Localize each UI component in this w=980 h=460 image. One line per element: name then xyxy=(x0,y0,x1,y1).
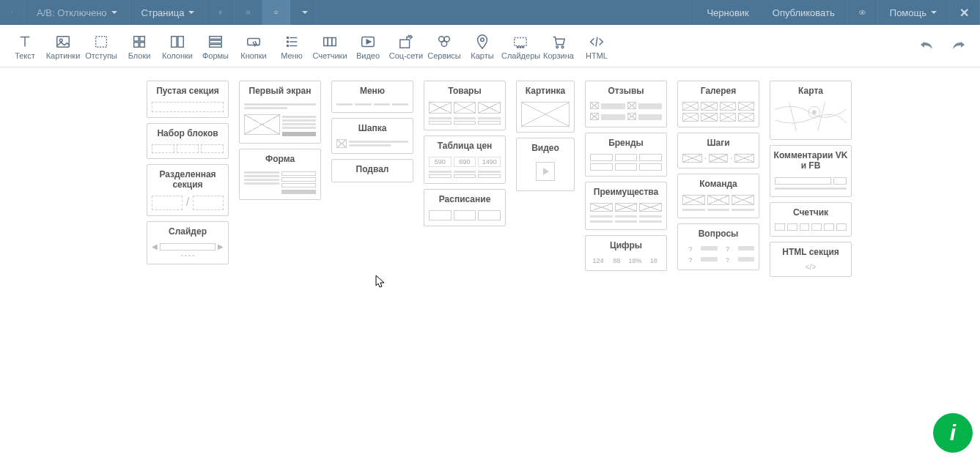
mouse-cursor xyxy=(375,275,386,292)
tool-video[interactable]: Видео xyxy=(349,32,387,60)
svg-rect-37 xyxy=(515,37,527,45)
tool-label: Соц-сети xyxy=(387,51,425,60)
section-brands[interactable]: Бренды xyxy=(585,133,667,177)
gallery-col-3: Меню Шапка Подвал xyxy=(331,81,413,182)
help-fab[interactable]: i xyxy=(933,413,973,453)
tool-label: Колонки xyxy=(158,51,196,60)
section-form[interactable]: Форма xyxy=(239,149,321,200)
tool-sliders[interactable]: Слайдеры xyxy=(501,32,539,60)
section-faq[interactable]: Вопросы ?? ?? xyxy=(677,223,759,270)
device-desktop[interactable] xyxy=(262,0,290,25)
svg-point-42 xyxy=(561,45,564,48)
section-gallery[interactable]: Галерея xyxy=(677,81,759,127)
svg-rect-9 xyxy=(57,36,70,47)
tool-blocks[interactable]: Блоки xyxy=(120,32,158,60)
svg-rect-19 xyxy=(210,40,222,43)
play-icon xyxy=(536,162,555,181)
svg-rect-14 xyxy=(134,42,139,46)
card-title: Галерея xyxy=(678,81,759,99)
code-icon: </> xyxy=(770,260,851,276)
section-steps[interactable]: Шаги ›› xyxy=(677,133,759,168)
section-html[interactable]: HTML секция </> xyxy=(770,242,852,277)
device-tablet[interactable] xyxy=(235,0,262,25)
section-map[interactable]: Карта xyxy=(770,81,852,140)
svg-rect-5 xyxy=(275,11,278,13)
card-title: Команда xyxy=(678,174,759,192)
tool-buttons[interactable]: Кнопки xyxy=(235,32,273,60)
map-thumb-icon xyxy=(775,102,847,131)
cart-icon xyxy=(539,32,578,51)
chevron-down-icon xyxy=(931,11,937,14)
svg-rect-6 xyxy=(276,13,277,14)
section-schedule[interactable]: Расписание xyxy=(424,189,506,226)
svg-rect-11 xyxy=(96,36,107,47)
tool-cart[interactable]: Корзина xyxy=(539,32,578,60)
num-value: 88 xyxy=(608,256,625,265)
device-mobile[interactable] xyxy=(207,0,235,25)
app-logo[interactable] xyxy=(0,0,25,25)
buttons-icon xyxy=(235,32,273,51)
svg-point-26 xyxy=(287,45,288,46)
section-blockset[interactable]: Набор блоков xyxy=(147,123,229,159)
price-value: 1490 xyxy=(478,157,501,167)
section-hero[interactable]: Первый экран xyxy=(239,81,321,144)
redo-button[interactable] xyxy=(952,40,965,53)
card-title: Шапка xyxy=(332,119,413,136)
tool-label: Блоки xyxy=(120,51,158,60)
redo-icon xyxy=(952,40,965,50)
section-numbers[interactable]: Цифры 124 88 18% 18 xyxy=(585,235,667,271)
section-footer[interactable]: Подвал xyxy=(331,159,413,182)
svg-rect-28 xyxy=(324,37,328,45)
tool-label: HTML xyxy=(578,51,616,60)
chevron-down-icon xyxy=(188,11,194,14)
section-comments[interactable]: Комментарии VK и FB xyxy=(770,145,852,197)
tool-label: Карты xyxy=(463,51,501,60)
slider-icon xyxy=(501,32,539,51)
section-team[interactable]: Команда xyxy=(677,174,759,218)
section-counter[interactable]: Счетчик xyxy=(770,202,852,237)
tool-images[interactable]: Картинки xyxy=(44,32,82,60)
section-video[interactable]: Видео xyxy=(516,138,575,191)
tool-forms[interactable]: Формы xyxy=(196,32,235,60)
preview-button[interactable] xyxy=(847,0,878,25)
text-icon xyxy=(6,32,44,51)
close-button[interactable]: ✕ xyxy=(949,0,980,25)
image-icon xyxy=(44,32,82,51)
tool-html[interactable]: HTML xyxy=(578,32,616,60)
card-title: Расписание xyxy=(424,190,505,207)
tool-label: Слайдеры xyxy=(501,51,539,60)
section-menu[interactable]: Меню xyxy=(331,81,413,113)
section-goods[interactable]: Товары xyxy=(424,81,506,130)
tool-social[interactable]: Соц-сети xyxy=(387,32,425,60)
tool-label: Текст xyxy=(6,51,44,60)
section-reviews[interactable]: Отзывы xyxy=(585,81,667,127)
section-split[interactable]: Разделенная секция / xyxy=(147,164,229,216)
tool-counters[interactable]: Счетчики xyxy=(311,32,349,60)
undo-icon xyxy=(920,40,933,50)
code-icon xyxy=(578,32,616,51)
device-more[interactable] xyxy=(290,0,316,25)
help-dropdown[interactable]: Помощь xyxy=(878,0,949,25)
svg-point-44 xyxy=(812,110,817,114)
gallery-col-6: Отзывы Бренды Преимущества Цифры 124 88 … xyxy=(585,81,667,271)
undo-button[interactable] xyxy=(920,40,933,53)
tool-columns[interactable]: Колонки xyxy=(158,32,196,60)
tool-text[interactable]: Текст xyxy=(6,32,44,60)
gallery-col-4: Товары Таблица цен 590 890 1490 Расписан… xyxy=(424,81,506,226)
section-header[interactable]: Шапка xyxy=(331,118,413,154)
section-slider[interactable]: Слайдер ◀▶• • • • xyxy=(147,221,229,264)
tool-padding[interactable]: Отступы xyxy=(82,32,120,60)
section-empty[interactable]: Пустая секция xyxy=(147,81,229,118)
page-dropdown[interactable]: Страница xyxy=(130,0,207,25)
ab-toggle[interactable]: A/B: Отключено xyxy=(25,0,130,25)
section-image[interactable]: Картинка xyxy=(516,81,575,133)
svg-point-41 xyxy=(556,45,559,48)
card-title: Разделенная секция xyxy=(147,165,228,193)
section-advantages[interactable]: Преимущества xyxy=(585,182,667,230)
publish-button[interactable]: Опубликовать xyxy=(761,0,847,25)
tool-maps[interactable]: Карты xyxy=(463,32,501,60)
tool-menu[interactable]: Меню xyxy=(273,32,311,60)
section-pricing[interactable]: Таблица цен 590 890 1490 xyxy=(424,136,506,184)
card-title: Картинка xyxy=(517,81,574,99)
tool-services[interactable]: Сервисы xyxy=(425,32,463,60)
